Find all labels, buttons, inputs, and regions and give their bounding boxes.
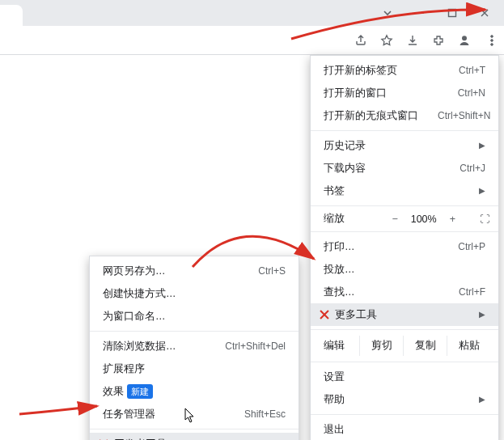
kebab-menu-icon[interactable]: [485, 33, 499, 48]
menu-separator: [311, 362, 498, 362]
main-menu: 打开新的标签页 Ctrl+T 打开新的窗口 Ctrl+N 打开新的无痕式窗口 C…: [310, 55, 499, 440]
zoom-in-button[interactable]: +: [450, 214, 455, 225]
menu-downloads[interactable]: 下载内容 Ctrl+J: [311, 157, 498, 180]
fullscreen-icon[interactable]: ⛶: [480, 214, 490, 225]
menu-separator: [311, 329, 498, 330]
menu-item-label: 退出: [324, 422, 485, 437]
menu-item-label: 网页另存为…: [103, 264, 239, 278]
menu-item-label: 历史记录: [324, 138, 460, 153]
menu-item-label: 任务管理器: [103, 407, 225, 421]
menu-new-incognito[interactable]: 打开新的无痕式窗口 Ctrl+Shift+N: [311, 104, 498, 127]
menu-edit: 编辑 剪切 复制 粘贴: [311, 333, 498, 358]
new-badge: 新建: [127, 384, 153, 399]
menu-item-label: 更多工具: [335, 307, 460, 322]
submenu-extensions[interactable]: 扩展程序: [90, 358, 299, 380]
menu-separator: [90, 331, 299, 332]
menu-item-label: 开发者工具: [114, 437, 218, 440]
menu-settings[interactable]: 设置: [311, 366, 498, 388]
menu-item-label: 设置: [324, 370, 485, 384]
menu-new-window[interactable]: 打开新的窗口 Ctrl+N: [311, 82, 498, 104]
menu-help[interactable]: 帮助 ▶: [311, 388, 498, 411]
submenu-create-shortcut[interactable]: 创建快捷方式…: [90, 282, 299, 305]
star-icon[interactable]: [379, 33, 394, 48]
menu-history[interactable]: 历史记录 ▶: [311, 134, 498, 157]
menu-item-shortcut: Shift+Esc: [244, 407, 286, 421]
menu-separator: [90, 429, 299, 429]
menu-item-shortcut: Ctrl+J: [460, 161, 485, 176]
menu-item-label: 打开新的窗口: [324, 86, 438, 100]
menu-item-label: 查找…: [324, 285, 439, 299]
zoom-out-button[interactable]: −: [392, 214, 397, 225]
menu-item-shortcut: Ctrl+Shift+Del: [225, 339, 286, 353]
submenu-save-as[interactable]: 网页另存为… Ctrl+S: [90, 260, 299, 282]
menu-item-label: 帮助: [324, 392, 460, 407]
zoom-percent: 100%: [411, 214, 437, 225]
menu-item-shortcut: Ctrl+P: [458, 239, 485, 254]
browser-toolbar: [0, 26, 504, 55]
menu-item-label: 打开新的标签页: [324, 63, 439, 78]
active-tab-edge: [0, 5, 23, 26]
menu-item-label: 打印…: [324, 239, 438, 254]
submenu-arrow-icon: ▶: [479, 392, 485, 407]
submenu-task-manager[interactable]: 任务管理器 Shift+Esc: [90, 403, 299, 425]
menu-item-label: 编辑: [324, 339, 345, 353]
extensions-icon[interactable]: [431, 33, 446, 48]
submenu-clear-data[interactable]: 清除浏览数据… Ctrl+Shift+Del: [90, 335, 299, 358]
menu-print[interactable]: 打印… Ctrl+P: [311, 235, 498, 258]
download-icon[interactable]: [405, 33, 420, 48]
menu-item-label: 清除浏览数据…: [103, 339, 205, 353]
more-tools-submenu: 网页另存为… Ctrl+S 创建快捷方式… 为窗口命名… 清除浏览数据… Ctr…: [89, 256, 299, 440]
svg-point-3: [491, 39, 493, 41]
menu-separator: [311, 205, 498, 206]
submenu-arrow-icon: ▶: [479, 307, 485, 322]
submenu-arrow-icon: ▶: [479, 138, 485, 153]
menu-item-shortcut: Ctrl+N: [458, 86, 485, 100]
menu-item-label: 创建快捷方式…: [103, 286, 286, 301]
menu-separator: [311, 231, 498, 232]
edit-cut-button[interactable]: 剪切: [359, 336, 403, 356]
menu-item-label: 书签: [324, 184, 460, 198]
menu-item-label: 缩放: [324, 212, 345, 226]
window-minimize-button[interactable]: [404, 0, 436, 26]
svg-point-2: [491, 35, 493, 37]
tab-chevron-icon[interactable]: [371, 0, 404, 26]
submenu-arrow-icon: ▶: [479, 184, 485, 198]
menu-item-label: 打开新的无痕式窗口: [324, 108, 418, 123]
share-icon[interactable]: [354, 33, 368, 48]
menu-item-label: 投放…: [324, 262, 485, 277]
menu-cast[interactable]: 投放…: [311, 258, 498, 281]
menu-separator: [311, 130, 498, 131]
menu-zoom: 缩放 − 100% + ⛶: [311, 209, 498, 228]
menu-item-label: 下载内容: [324, 161, 440, 176]
menu-item-shortcut: Ctrl+T: [459, 63, 485, 78]
menu-item-shortcut: Ctrl+S: [258, 264, 286, 278]
menu-item-label: 效果新建: [103, 384, 286, 399]
submenu-effects[interactable]: 效果新建: [90, 380, 299, 403]
menu-separator: [311, 414, 498, 415]
menu-new-tab[interactable]: 打开新的标签页 Ctrl+T: [311, 59, 498, 82]
menu-item-shortcut: Ctrl+Shift+N: [438, 108, 490, 123]
annotation-cross-icon: [319, 309, 330, 320]
menu-more-tools[interactable]: 更多工具 ▶: [311, 303, 498, 326]
window-titlebar: [0, 0, 504, 26]
edit-paste-button[interactable]: 粘贴: [447, 336, 490, 356]
submenu-devtools[interactable]: 开发者工具 Ctrl+Shift+I: [90, 433, 299, 440]
menu-item-shortcut: Ctrl+F: [459, 285, 485, 299]
menu-item-label: 扩展程序: [103, 362, 286, 376]
window-close-button[interactable]: [468, 0, 501, 26]
menu-exit[interactable]: 退出: [311, 418, 498, 440]
svg-rect-0: [449, 10, 456, 17]
svg-point-1: [462, 36, 467, 40]
menu-bookmarks[interactable]: 书签 ▶: [311, 180, 498, 202]
menu-item-label: 为窗口命名…: [103, 309, 286, 324]
submenu-name-window[interactable]: 为窗口命名…: [90, 305, 299, 328]
svg-point-4: [491, 43, 493, 45]
profile-icon[interactable]: [457, 33, 472, 48]
menu-find[interactable]: 查找… Ctrl+F: [311, 281, 498, 303]
edit-copy-button[interactable]: 复制: [403, 336, 447, 356]
window-maximize-button[interactable]: [436, 0, 468, 26]
menu-item-shortcut: Ctrl+Shift+I: [237, 437, 286, 440]
